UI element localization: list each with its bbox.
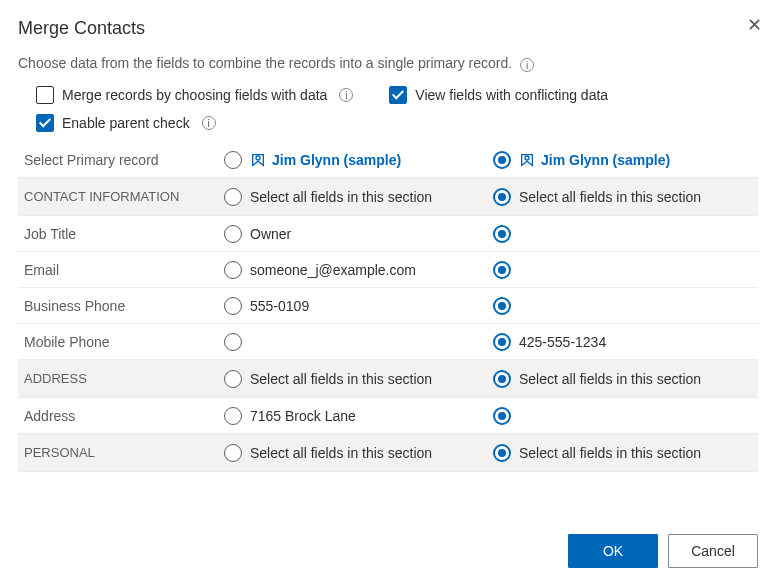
select-primary-label: Select Primary record — [20, 142, 220, 177]
field-label: Business Phone — [20, 288, 220, 323]
field-row: Mobile Phone 425-555-1234 — [18, 324, 758, 360]
primary-record-header-row: Select Primary record Jim Glynn (sample) — [18, 142, 758, 178]
subtitle-text: Choose data from the fields to combine t… — [18, 55, 512, 71]
primary-record-b-cell[interactable]: Jim Glynn (sample) — [489, 142, 758, 177]
primary-record-a-cell[interactable]: Jim Glynn (sample) — [220, 142, 489, 177]
field-b-cell[interactable]: 425-555-1234 — [489, 324, 758, 359]
select-all-text: Select all fields in this section — [250, 445, 432, 461]
radio-icon[interactable] — [493, 297, 511, 315]
dialog-subtitle: Choose data from the fields to combine t… — [18, 55, 776, 72]
merge-by-fields-checkbox[interactable]: Merge records by choosing fields with da… — [36, 86, 353, 104]
field-a-cell[interactable]: someone_j@example.com — [220, 252, 489, 287]
radio-icon[interactable] — [493, 261, 511, 279]
enable-parent-checkbox[interactable]: Enable parent check i — [36, 114, 216, 132]
cancel-button[interactable]: Cancel — [668, 534, 758, 568]
field-a-value: someone_j@example.com — [250, 262, 416, 278]
ok-button[interactable]: OK — [568, 534, 658, 568]
info-icon[interactable]: i — [202, 116, 216, 130]
section-row: ADDRESS Select all fields in this sectio… — [18, 360, 758, 398]
record-b-link[interactable]: Jim Glynn (sample) — [519, 152, 670, 168]
radio-icon[interactable] — [224, 225, 242, 243]
record-a-name: Jim Glynn (sample) — [272, 152, 401, 168]
section-row: CONTACT INFORMATION Select all fields in… — [18, 178, 758, 216]
radio-icon[interactable] — [493, 407, 511, 425]
fields-scroll-area[interactable]: Select Primary record Jim Glynn (sample) — [18, 142, 766, 476]
close-icon[interactable]: ✕ — [747, 16, 762, 34]
radio-icon[interactable] — [493, 225, 511, 243]
select-all-text: Select all fields in this section — [519, 189, 701, 205]
radio-icon[interactable] — [493, 188, 511, 206]
radio-icon[interactable] — [493, 370, 511, 388]
field-a-cell[interactable]: Owner — [220, 216, 489, 251]
merge-contacts-dialog: ✕ Merge Contacts Choose data from the fi… — [0, 0, 780, 586]
radio-icon[interactable] — [493, 333, 511, 351]
section-row: PERSONAL Select all fields in this secti… — [18, 434, 758, 472]
info-icon[interactable]: i — [520, 58, 534, 72]
section-label: PERSONAL — [20, 435, 220, 470]
radio-icon[interactable] — [224, 151, 242, 169]
section-a-selectall[interactable]: Select all fields in this section — [220, 361, 489, 396]
field-label: Email — [20, 252, 220, 287]
contact-icon — [519, 152, 535, 168]
radio-icon[interactable] — [224, 407, 242, 425]
field-a-cell[interactable]: Male — [220, 472, 489, 476]
merge-by-fields-label: Merge records by choosing fields with da… — [62, 87, 327, 103]
field-a-value: 555-0109 — [250, 298, 309, 314]
field-a-cell[interactable]: 555-0109 — [220, 288, 489, 323]
view-conflicts-label: View fields with conflicting data — [415, 87, 608, 103]
field-row: Email someone_j@example.com — [18, 252, 758, 288]
field-label: Mobile Phone — [20, 324, 220, 359]
checkbox-box — [36, 86, 54, 104]
radio-icon[interactable] — [224, 333, 242, 351]
svg-point-0 — [256, 156, 260, 160]
options-group: Merge records by choosing fields with da… — [36, 86, 776, 132]
view-conflicts-checkbox[interactable]: View fields with conflicting data — [389, 86, 608, 104]
field-a-cell[interactable] — [220, 324, 489, 359]
info-icon[interactable]: i — [339, 88, 353, 102]
section-b-selectall[interactable]: Select all fields in this section — [489, 179, 758, 214]
field-a-value: Owner — [250, 226, 291, 242]
radio-icon[interactable] — [224, 444, 242, 462]
radio-icon[interactable] — [224, 370, 242, 388]
radio-icon[interactable] — [224, 297, 242, 315]
select-all-text: Select all fields in this section — [519, 371, 701, 387]
section-a-selectall[interactable]: Select all fields in this section — [220, 435, 489, 470]
section-a-selectall[interactable]: Select all fields in this section — [220, 179, 489, 214]
svg-point-1 — [525, 156, 529, 160]
radio-icon[interactable] — [493, 444, 511, 462]
select-all-text: Select all fields in this section — [250, 189, 432, 205]
checkbox-box — [36, 114, 54, 132]
radio-icon[interactable] — [224, 261, 242, 279]
dialog-footer: OK Cancel — [568, 534, 758, 568]
section-label: ADDRESS — [20, 361, 220, 396]
field-b-cell[interactable] — [489, 252, 758, 287]
section-b-selectall[interactable]: Select all fields in this section — [489, 435, 758, 470]
record-a-link[interactable]: Jim Glynn (sample) — [250, 152, 401, 168]
field-a-cell[interactable]: 7165 Brock Lane — [220, 398, 489, 433]
field-b-cell[interactable] — [489, 472, 758, 476]
section-label: CONTACT INFORMATION — [20, 179, 220, 214]
radio-icon[interactable] — [493, 151, 511, 169]
radio-icon[interactable] — [224, 188, 242, 206]
field-row: Job Title Owner — [18, 216, 758, 252]
field-label: Gender — [20, 472, 220, 476]
field-b-cell[interactable] — [489, 216, 758, 251]
section-b-selectall[interactable]: Select all fields in this section — [489, 361, 758, 396]
enable-parent-label: Enable parent check — [62, 115, 190, 131]
select-all-text: Select all fields in this section — [519, 445, 701, 461]
checkbox-box — [389, 86, 407, 104]
field-b-cell[interactable] — [489, 398, 758, 433]
field-label: Address — [20, 398, 220, 433]
dialog-title: Merge Contacts — [18, 18, 776, 39]
field-a-value: 7165 Brock Lane — [250, 408, 356, 424]
field-b-value: 425-555-1234 — [519, 334, 606, 350]
select-all-text: Select all fields in this section — [250, 371, 432, 387]
field-row: Gender Male — [18, 472, 758, 476]
contact-icon — [250, 152, 266, 168]
field-b-cell[interactable] — [489, 288, 758, 323]
record-b-name: Jim Glynn (sample) — [541, 152, 670, 168]
field-row: Business Phone 555-0109 — [18, 288, 758, 324]
field-row: Address 7165 Brock Lane — [18, 398, 758, 434]
field-label: Job Title — [20, 216, 220, 251]
